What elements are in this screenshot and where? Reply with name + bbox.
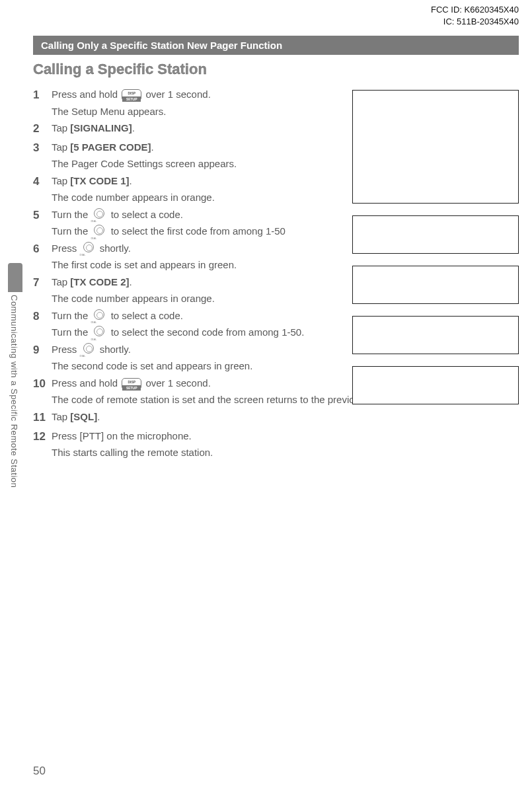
- step-5: 5 Turn the DIAL to select a code. Turn t…: [33, 206, 344, 240]
- text: The Pager Code Settings screen appears.: [52, 155, 344, 172]
- text-bold: [TX CODE 1]: [70, 175, 129, 186]
- step-8: 8 Turn the DIAL to select a code. Turn t…: [33, 307, 344, 341]
- text-bold: [TX CODE 2]: [70, 276, 129, 287]
- screenshot-placeholder-2: [352, 215, 519, 254]
- disp-setup-key-icon: [122, 378, 141, 390]
- text: Turn the: [52, 225, 91, 237]
- text: Press and hold: [52, 377, 120, 389]
- screenshot-placeholder-3: [352, 266, 519, 304]
- text: Turn the: [52, 326, 91, 338]
- step-6: 6 Press DIAL shortly. The first code is …: [33, 240, 344, 274]
- text: The Setup Menu appears.: [52, 103, 344, 120]
- text: to select the second code from among 1-5…: [108, 326, 304, 338]
- text: .: [130, 175, 132, 186]
- dial-knob-icon: DIAL: [92, 225, 106, 239]
- text: over 1 second.: [143, 89, 211, 100]
- page-number: 50: [33, 765, 46, 778]
- ic-id: IC: 511B-20345X40: [431, 16, 519, 28]
- text: shortly.: [97, 243, 131, 254]
- step-3: 3 Tap [5 PAGER CODE]. The Pager Code Set…: [33, 139, 344, 172]
- text: Turn the DIAL to select the first code f…: [52, 223, 344, 240]
- screenshot-placeholder-5: [352, 366, 519, 404]
- text: Press and hold: [52, 89, 120, 100]
- text: Tap: [52, 411, 70, 422]
- screenshot-placeholder-4: [352, 316, 519, 354]
- text: over 1 second.: [143, 377, 211, 389]
- section-bar: Calling Only a Specific Station New Page…: [33, 36, 519, 55]
- text: The first code is set and appears in gre…: [52, 256, 344, 274]
- text: The second code is set and appears in gr…: [52, 358, 344, 375]
- text-bold: [SQL]: [70, 411, 97, 422]
- side-tab-label: Communicating with a Specific Remote Sta…: [9, 295, 19, 488]
- steps-list: 1 Press and hold over 1 second. The Setu…: [33, 86, 344, 461]
- step-2: 2 Tap [SIGNALING].: [33, 120, 344, 139]
- text: Turn the: [52, 310, 91, 321]
- dial-knob-icon: DIAL: [81, 242, 96, 256]
- text: .: [132, 122, 135, 133]
- text: .: [97, 411, 100, 422]
- text: Press: [52, 344, 80, 355]
- text: Turn the DIAL to select the second code …: [52, 324, 344, 341]
- text: to select the first code from among 1-50: [108, 225, 285, 237]
- text: .: [151, 141, 154, 153]
- text: to select a code.: [108, 209, 182, 220]
- disp-setup-key-icon: [122, 89, 141, 101]
- side-tab: Communicating with a Specific Remote Sta…: [8, 263, 22, 541]
- screenshot-placeholder-1: [352, 90, 519, 204]
- header-ids: FCC ID: K6620345X40 IC: 511B-20345X40: [431, 4, 519, 27]
- step-4: 4 Tap [TX CODE 1]. The code number appea…: [33, 172, 344, 206]
- text: Turn the: [52, 209, 91, 220]
- text: Press [PTT] on the microphone.: [52, 430, 192, 441]
- step-1: 1 Press and hold over 1 second. The Setu…: [33, 86, 344, 120]
- step-9: 9 Press DIAL shortly. The second code is…: [33, 341, 344, 375]
- side-tab-marker: [8, 263, 22, 292]
- text: Tap: [52, 276, 70, 287]
- section-title: Calling a Specific Station: [33, 61, 207, 78]
- text: shortly.: [97, 344, 131, 355]
- text: Tap: [52, 175, 70, 186]
- text: The code number appears in orange.: [52, 290, 344, 307]
- step-12: 12 Press [PTT] on the microphone. This s…: [33, 428, 344, 461]
- text: Tap: [52, 122, 70, 133]
- step-7: 7 Tap [TX CODE 2]. The code number appea…: [33, 274, 344, 307]
- dial-knob-icon: DIAL: [81, 343, 96, 358]
- text: .: [130, 276, 132, 287]
- dial-knob-icon: DIAL: [92, 309, 106, 324]
- text: This starts calling the remote station.: [52, 444, 344, 461]
- text: Tap: [52, 141, 70, 153]
- text: The code number appears in orange.: [52, 189, 344, 206]
- text: Press: [52, 243, 80, 254]
- text-bold: [SIGNALING]: [70, 122, 132, 133]
- text: to select a code.: [108, 310, 182, 321]
- fcc-id: FCC ID: K6620345X40: [431, 4, 519, 16]
- dial-knob-icon: DIAL: [92, 208, 106, 223]
- text-bold: [5 PAGER CODE]: [70, 141, 151, 153]
- step-11: 11 Tap [SQL].: [33, 408, 344, 428]
- dial-knob-icon: DIAL: [92, 326, 106, 340]
